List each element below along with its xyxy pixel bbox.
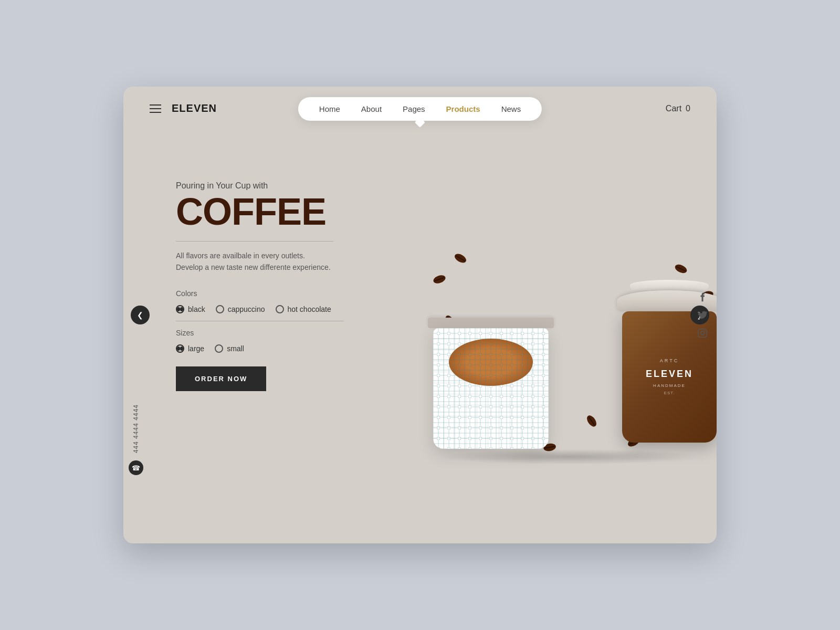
nav-about[interactable]: About [361,104,382,113]
side-phone: 444 4444 4444 ☎ [123,399,149,480]
page-card: ELEVEN Cart 0 Home About Pages Products … [123,87,717,543]
phone-icon[interactable]: ☎ [129,460,143,475]
cart-label: Cart [666,104,681,113]
nav-pill: Home About Pages Products News [298,97,542,121]
size-large[interactable]: large [176,344,204,353]
phone-glyph: ☎ [132,464,140,472]
nav-news[interactable]: News [501,104,521,113]
color-cappuccino-label: cappuccino [228,305,265,313]
size-options: large small [176,344,396,353]
chevron-left-icon: ❮ [137,311,143,319]
radio-hot-chocolate [276,305,284,313]
color-options: black cappuccino hot chocolate [176,305,396,313]
colors-label: Colors [176,289,396,298]
size-small-label: small [227,344,244,353]
color-hot-chocolate[interactable]: hot chocolate [276,305,331,313]
hamburger-icon[interactable] [150,104,161,113]
cart-area[interactable]: Cart 0 [666,104,690,113]
hero-subtitle: Pouring in Your Cup with [176,181,396,191]
color-cappuccino[interactable]: cappuccino [216,305,265,313]
svg-point-2 [705,330,706,331]
social-icons [698,292,707,338]
main-content: Pouring in Your Cup with COFFEE All flav… [176,150,685,543]
sizes-label: Sizes [176,329,396,337]
product-image: ARTC ELEVEN HANDMADE EST. [396,150,685,517]
eleven-lid-top [630,280,709,290]
coffee-bean-1 [453,252,468,265]
order-button[interactable]: ORDER NOW [176,366,266,391]
radio-cappuccino [216,305,224,313]
eleven-brand-text: ARTC ELEVEN HANDMADE EST. [646,356,693,397]
nav-home[interactable]: Home [319,104,340,113]
cup-latte [433,318,549,454]
nav-pages[interactable]: Pages [403,104,425,113]
hero-title: COFFEE [176,193,396,230]
title-divider [176,241,333,242]
twitter-icon[interactable] [698,311,707,319]
color-hot-chocolate-label: hot chocolate [288,305,331,313]
cups-container: ARTC ELEVEN HANDMADE EST. [423,160,717,486]
nav-products[interactable]: Products [446,104,480,113]
options-divider [176,321,344,321]
arrow-left[interactable]: ❮ [131,306,150,324]
radio-small [215,344,223,353]
size-small[interactable]: small [215,344,244,353]
latte-lid-rim [428,318,554,328]
svg-point-1 [701,331,705,335]
svg-rect-0 [698,329,707,338]
color-black-label: black [188,305,205,313]
brand-name: ELEVEN [172,102,217,114]
svg-rect-9 [433,328,549,449]
radio-large [176,344,184,353]
phone-number: 444 4444 4444 [132,404,140,453]
hero-description: All flavors are availbale in every outle… [176,250,333,274]
instagram-icon[interactable] [698,329,707,338]
coffee-bean-2 [432,274,446,285]
product-info: Pouring in Your Cup with COFFEE All flav… [176,150,396,391]
size-large-label: large [188,344,204,353]
color-black[interactable]: black [176,305,205,313]
nav-wrapper: Home About Pages Products News [298,97,542,121]
latte-body [433,328,549,449]
header-left: ELEVEN [150,102,217,114]
coffee-bean-14 [674,263,688,275]
radio-black [176,305,184,313]
facebook-icon[interactable] [698,292,707,302]
coffee-bean-10 [585,414,598,428]
cart-count: 0 [686,104,690,113]
